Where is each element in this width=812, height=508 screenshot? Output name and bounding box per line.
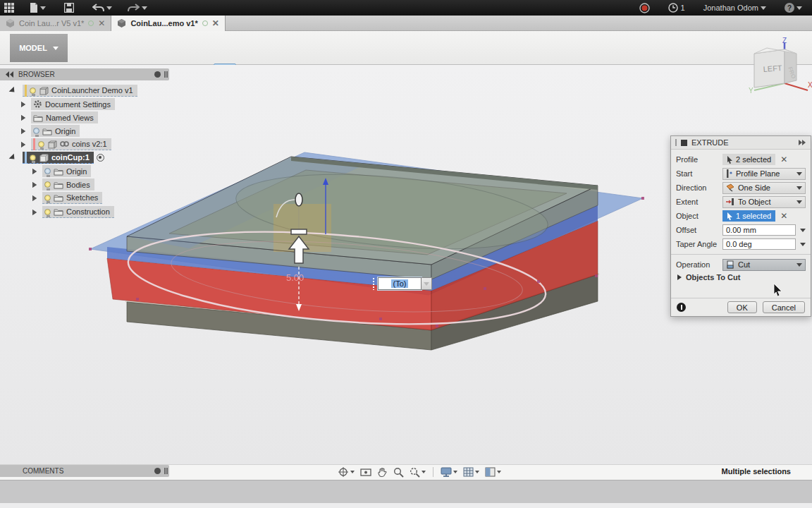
taper-dropdown-icon[interactable] — [800, 243, 806, 246]
zoom-window-tool[interactable] — [407, 465, 428, 479]
tree-row-sketches[interactable]: Sketches — [32, 192, 102, 204]
help-menu[interactable]: ? — [780, 0, 806, 16]
direction-dropdown[interactable]: One Side — [722, 182, 806, 194]
tree-row-root[interactable]: CoinLauncher Demo v1 — [10, 85, 137, 97]
expand-arrow-icon[interactable] — [21, 128, 25, 134]
visibility-bulb-icon[interactable] — [44, 181, 51, 188]
save-icon[interactable] — [60, 0, 78, 16]
panel-opacity-icon[interactable] — [154, 71, 161, 78]
objects-to-cut-expander[interactable]: Objects To Cut — [671, 272, 811, 283]
comments-panel-header[interactable]: COMMENTS — [0, 465, 169, 477]
orbit-tool[interactable] — [336, 465, 357, 479]
activate-component-radio[interactable] — [97, 154, 104, 162]
browser-panel-header[interactable]: BROWSER — [0, 68, 169, 80]
cancel-button[interactable]: Cancel — [763, 301, 805, 313]
tree-label: Named Views — [46, 114, 94, 122]
taper-input[interactable]: 0.0 deg — [722, 238, 796, 250]
expand-arrow-icon[interactable] — [32, 210, 37, 215]
visibility-bulb-icon[interactable] — [38, 141, 44, 147]
extent-dropdown[interactable]: To Object — [722, 196, 806, 208]
operation-dropdown[interactable]: Cut — [722, 259, 806, 271]
tree-label: CoinLauncher Demo v1 — [51, 86, 133, 95]
visibility-bulb-icon[interactable] — [44, 195, 51, 201]
record-icon[interactable] — [635, 0, 654, 16]
extent-input-dropdown[interactable] — [422, 277, 432, 290]
document-tab-2-active[interactable]: CoinLau...emo v1* ✕ — [111, 16, 225, 31]
viewcube-x-axis — [785, 83, 808, 90]
tree-label: Sketches — [66, 193, 98, 202]
document-tab-1[interactable]: Coin Lau...r V5 v1* ✕ — [0, 16, 111, 31]
extent-input-value: (To) — [391, 279, 409, 288]
profile-selection-chip[interactable]: 2 selected — [722, 154, 775, 165]
visibility-bulb-icon[interactable] — [33, 128, 39, 134]
display-settings[interactable] — [438, 465, 460, 479]
expand-arrow-icon[interactable] — [21, 102, 25, 107]
visibility-bulb-icon[interactable] — [44, 209, 51, 215]
direction-value: One Side — [738, 183, 770, 192]
dialog-title: EXTRUDE — [691, 138, 729, 147]
profile-clear-icon[interactable]: ✕ — [780, 156, 787, 163]
tab-close-icon[interactable]: ✕ — [98, 20, 105, 27]
tree-row-construction[interactable]: Construction — [32, 206, 114, 218]
dialog-dock-icon[interactable] — [798, 140, 806, 145]
tree-row-coincup-origin[interactable]: Origin — [32, 165, 91, 177]
panel-grip-icon[interactable] — [164, 71, 166, 78]
zoom-tool[interactable] — [391, 465, 406, 479]
tree-label: coinCup:1 — [51, 153, 90, 162]
tree-row-origin[interactable]: Origin — [21, 125, 80, 137]
info-icon[interactable] — [677, 303, 686, 312]
redo-icon[interactable] — [123, 0, 152, 16]
object-selection-chip[interactable]: 1 selected — [722, 210, 775, 222]
expand-arrow-icon[interactable] — [32, 195, 37, 201]
expand-arrow-icon[interactable] — [21, 142, 25, 147]
panel-grip-icon[interactable] — [164, 468, 166, 474]
viewcube-x-label: X — [808, 81, 812, 89]
workspace-selector[interactable]: MODEL — [10, 34, 68, 62]
taper-row: Taper Angle 0.0 deg — [671, 237, 811, 251]
look-at-tool[interactable] — [358, 465, 374, 479]
tree-label: Bodies — [66, 181, 90, 189]
offset-input[interactable]: 0.00 mm — [722, 224, 796, 236]
cancel-label: Cancel — [772, 303, 796, 312]
visibility-bulb-icon[interactable] — [30, 155, 36, 161]
user-menu[interactable]: Jonathan Odom — [699, 0, 770, 16]
expand-arrow-icon[interactable] — [21, 115, 25, 121]
tree-row-bodies[interactable]: Bodies — [32, 179, 94, 190]
viewports-settings[interactable] — [483, 465, 503, 479]
undo-icon[interactable] — [88, 0, 116, 16]
pan-tool[interactable] — [375, 465, 390, 479]
panel-opacity-icon[interactable] — [154, 468, 161, 474]
cut-operation-icon — [726, 260, 734, 269]
offset-dropdown-icon[interactable] — [800, 229, 806, 232]
history-clock-icon[interactable]: 1 — [664, 0, 689, 16]
viewcube[interactable]: LEFT FRO Z X Y — [746, 37, 812, 96]
visibility-bulb-icon[interactable] — [44, 168, 51, 174]
tab-sync-icon — [88, 20, 94, 26]
tree-row-coins-v2[interactable]: coins v2:1 — [21, 138, 111, 150]
object-clear-icon[interactable]: ✕ — [780, 212, 787, 219]
expand-arrow-icon[interactable] — [9, 86, 17, 94]
app-grid-icon[interactable] — [0, 0, 18, 16]
drag-dots-icon[interactable] — [372, 277, 376, 290]
visibility-bulb-icon[interactable] — [30, 87, 36, 94]
extent-limit-bar[interactable] — [291, 229, 307, 234]
rotate-handle[interactable] — [295, 193, 302, 206]
dialog-grip-icon[interactable] — [675, 139, 677, 146]
extent-input[interactable]: (To) — [378, 277, 422, 290]
extrude-dialog-header[interactable]: EXTRUDE — [671, 136, 811, 150]
tab-close-icon[interactable]: ✕ — [212, 20, 219, 27]
tree-row-document-settings[interactable]: Document Settings — [21, 98, 115, 110]
collapse-panel-icon[interactable] — [6, 71, 14, 78]
start-dropdown[interactable]: Profile Plane — [722, 168, 806, 180]
expand-arrow-icon[interactable] — [32, 169, 37, 174]
notification-count: 1 — [681, 4, 685, 12]
ok-button[interactable]: OK — [727, 301, 757, 313]
tree-row-coincup-selected[interactable]: coinCup:1 — [10, 152, 104, 164]
document-tabbar: Coin Lau...r V5 v1* ✕ CoinLau...emo v1* … — [0, 16, 812, 31]
expand-arrow-icon[interactable] — [9, 153, 17, 161]
selection-bar — [25, 152, 27, 164]
expand-arrow-icon[interactable] — [32, 182, 37, 188]
grid-settings[interactable] — [461, 465, 481, 479]
tree-row-named-views[interactable]: Named Views — [21, 111, 98, 123]
file-menu-icon[interactable] — [25, 0, 50, 16]
